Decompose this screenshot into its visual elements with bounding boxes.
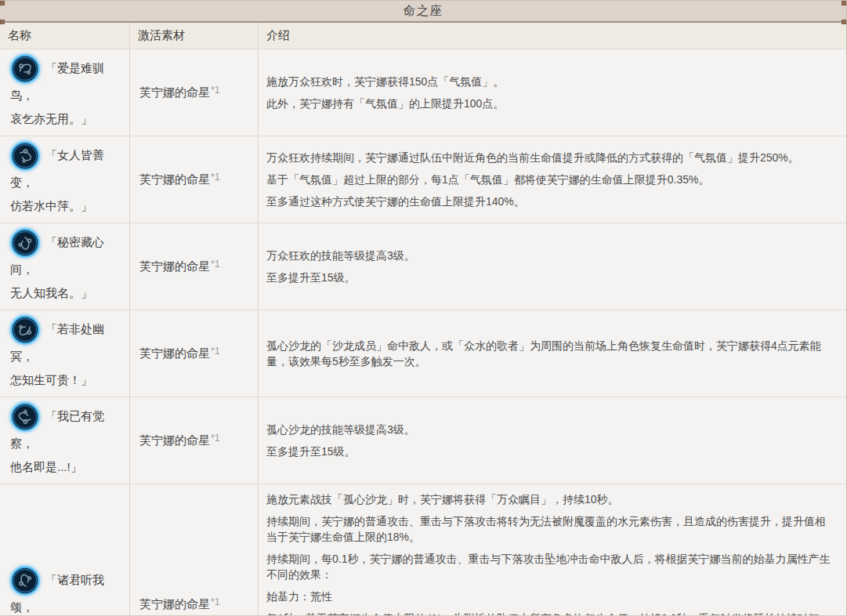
- selection-handle-icon[interactable]: [842, 1, 846, 5]
- constellation-name-cell: 「诸君听我颂，共举爱之杯！」: [0, 484, 130, 616]
- selection-handle-icon[interactable]: [0, 20, 5, 24]
- description-paragraph: 万众狂欢持续期间，芙宁娜通过队伍中附近角色的当前生命值提升或降低的方式获得的「气…: [266, 150, 835, 165]
- column-header-name: 名称: [0, 23, 130, 49]
- description-paragraph: 基于「气氛值」超过上限的部分，每1点「气氛值」都将使芙宁娜的生命值上限提升0.3…: [266, 172, 835, 187]
- table-row: 「爱是难驯鸟，哀乞亦无用。」 芙宁娜的命星*1 施放万众狂欢时，芙宁娜获得150…: [0, 49, 846, 136]
- description-paragraph: 至多通过这种方式使芙宁娜的生命值上限提升140%。: [266, 194, 835, 209]
- material-label: 芙宁娜的命星: [139, 85, 210, 100]
- constellation-1-icon: [10, 54, 40, 84]
- material-count: *1: [211, 172, 220, 183]
- constellation-name: 「我已有觉察，他名即是...!」: [10, 402, 123, 479]
- material-count: *1: [211, 85, 220, 96]
- page-title: 命之座: [404, 3, 443, 20]
- table-body: 「爱是难驯鸟，哀乞亦无用。」 芙宁娜的命星*1 施放万众狂欢时，芙宁娜获得150…: [0, 49, 846, 616]
- table-row: 「诸君听我颂，共举爱之杯！」 芙宁娜的命星*1 施放元素战技「孤心沙龙」时，芙宁…: [0, 484, 846, 616]
- constellation-name-line2: 他名即是...!」: [10, 460, 82, 473]
- constellation-5-icon: [10, 402, 40, 432]
- description-paragraph: 施放元素战技「孤心沙龙」时，芙宁娜将获得「万众瞩目」，持续10秒。: [266, 491, 835, 507]
- description-paragraph: 至多提升至15级。: [266, 270, 835, 285]
- constellation-name: 「诸君听我颂，共举爱之杯！」: [10, 566, 123, 616]
- description-paragraph: 万众狂欢的技能等级提高3级。: [266, 248, 835, 263]
- material-count: *1: [211, 346, 220, 357]
- constellation-name-cell: 「爱是难驯鸟，哀乞亦无用。」: [0, 49, 130, 136]
- constellation-3-icon: [10, 228, 40, 258]
- table-title-bar: 命之座: [0, 0, 846, 23]
- description-paragraph: 孤心沙龙的「沙龙成员」命中敌人，或「众水的歌者」为周围的当前场上角色恢复生命值时…: [266, 338, 835, 369]
- description-cell: 施放万众狂欢时，芙宁娜获得150点「气氛值」。此外，芙宁娜持有「气氛值」的上限提…: [259, 49, 846, 136]
- description-paragraph: 施放万众狂欢时，芙宁娜获得150点「气氛值」。: [266, 74, 835, 89]
- material-label: 芙宁娜的命星: [139, 259, 210, 274]
- material-label: 芙宁娜的命星: [139, 597, 210, 612]
- constellation-4-icon: [10, 315, 40, 345]
- column-header-material: 激活素材: [130, 23, 259, 49]
- selection-handle-icon[interactable]: [0, 1, 5, 5]
- material-label: 芙宁娜的命星: [139, 346, 210, 361]
- material-label: 芙宁娜的命星: [139, 172, 210, 187]
- table-row: 「秘密藏心间，无人知我名。」 芙宁娜的命星*1 万众狂欢的技能等级提高3级。至多…: [0, 223, 846, 310]
- material-cell: 芙宁娜的命星*1: [130, 136, 259, 223]
- constellation-name: 「秘密藏心间，无人知我名。」: [10, 228, 123, 305]
- material-cell: 芙宁娜的命星*1: [130, 397, 259, 484]
- description-paragraph: 每1秒，基于芙宁娜生命值上限的4%，为附近的队伍中所有角色恢复生命值，持续2.9…: [266, 611, 835, 616]
- description-paragraph: 此外，芙宁娜持有「气氛值」的上限提升100点。: [266, 96, 835, 111]
- constellation-6-icon: [10, 566, 40, 596]
- table-row: 「若非处幽冥，怎知生可贵！」 芙宁娜的命星*1 孤心沙龙的「沙龙成员」命中敌人，…: [0, 310, 846, 397]
- material-cell: 芙宁娜的命星*1: [130, 484, 259, 616]
- constellation-name-line2: 怎知生可贵！」: [10, 373, 92, 386]
- constellation-name-line2: 哀乞亦无用。」: [10, 112, 92, 125]
- column-header-description: 介绍: [259, 23, 846, 49]
- constellation-name: 「爱是难驯鸟，哀乞亦无用。」: [10, 54, 123, 131]
- constellation-name-cell: 「女人皆善变，仿若水中萍。」: [0, 136, 130, 223]
- description-cell: 孤心沙龙的技能等级提高3级。至多提升至15级。: [259, 397, 846, 484]
- description-paragraph: 至多提升至15级。: [266, 444, 835, 459]
- description-cell: 万众狂欢的技能等级提高3级。至多提升至15级。: [259, 223, 846, 310]
- material-count: *1: [211, 596, 220, 607]
- description-paragraph: 始基力：荒性: [266, 589, 835, 604]
- constellation-name: 「若非处幽冥，怎知生可贵！」: [10, 315, 123, 392]
- table-row: 「我已有觉察，他名即是...!」 芙宁娜的命星*1 孤心沙龙的技能等级提高3级。…: [0, 397, 846, 484]
- constellation-name-cell: 「若非处幽冥，怎知生可贵！」: [0, 310, 130, 397]
- material-cell: 芙宁娜的命星*1: [130, 49, 259, 136]
- constellation-name-line2: 仿若水中萍。」: [10, 199, 92, 212]
- description-paragraph: 孤心沙龙的技能等级提高3级。: [266, 422, 835, 437]
- description-paragraph: 持续期间，每0.1秒，芙宁娜的普通攻击、重击与下落攻击坠地冲击命中敌人后，将根据…: [266, 551, 835, 582]
- material-label: 芙宁娜的命星: [139, 433, 210, 448]
- material-cell: 芙宁娜的命星*1: [130, 223, 259, 310]
- material-count: *1: [211, 259, 220, 270]
- constellation-name-cell: 「我已有觉察，他名即是...!」: [0, 397, 130, 484]
- constellation-name: 「女人皆善变，仿若水中萍。」: [10, 141, 123, 218]
- material-count: *1: [211, 433, 220, 444]
- description-paragraph: 持续期间，芙宁娜的普通攻击、重击与下落攻击将转为无法被附魔覆盖的水元素伤害，且造…: [266, 513, 835, 545]
- selection-handle-icon[interactable]: [842, 20, 846, 24]
- description-cell: 孤心沙龙的「沙龙成员」命中敌人，或「众水的歌者」为周围的当前场上角色恢复生命值时…: [259, 310, 846, 397]
- table-row: 「女人皆善变，仿若水中萍。」 芙宁娜的命星*1 万众狂欢持续期间，芙宁娜通过队伍…: [0, 136, 846, 223]
- table-header-row: 名称 激活素材 介绍: [0, 23, 846, 49]
- constellation-table: 命之座 名称 激活素材 介绍 「爱是难驯鸟，哀: [0, 0, 847, 616]
- constellation-name-cell: 「秘密藏心间，无人知我名。」: [0, 223, 130, 310]
- constellation-2-icon: [10, 141, 40, 171]
- description-cell: 施放元素战技「孤心沙龙」时，芙宁娜将获得「万众瞩目」，持续10秒。持续期间，芙宁…: [259, 484, 846, 616]
- description-cell: 万众狂欢持续期间，芙宁娜通过队伍中附近角色的当前生命值提升或降低的方式获得的「气…: [259, 136, 846, 223]
- material-cell: 芙宁娜的命星*1: [130, 310, 259, 397]
- constellation-name-line2: 无人知我名。」: [10, 286, 92, 299]
